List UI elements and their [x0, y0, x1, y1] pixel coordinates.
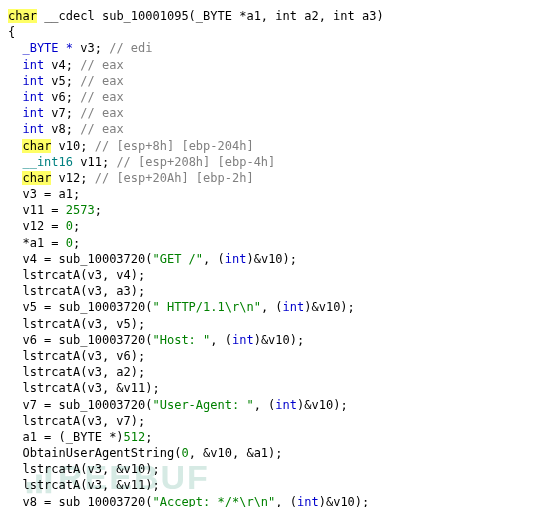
code-block: char __cdecl sub_10001095(_BYTE *a1, int… [8, 8, 546, 507]
